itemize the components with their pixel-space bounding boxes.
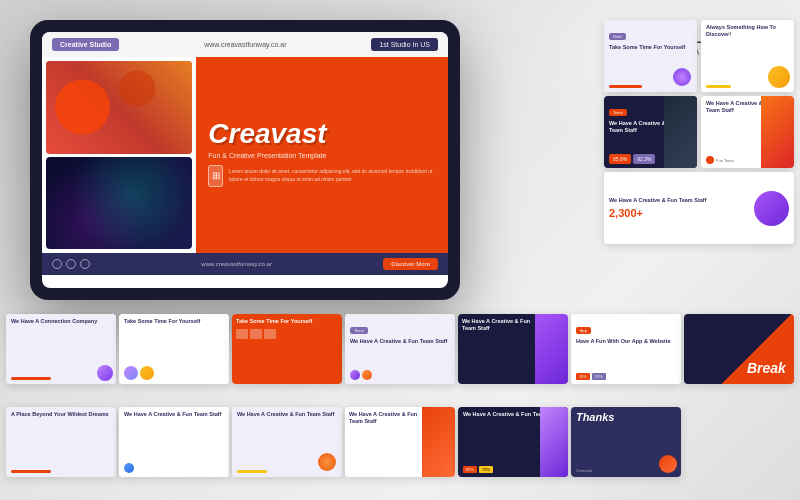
rs1-circle: [673, 68, 691, 86]
ms9-title: We Have A Creative & Fun Team Staff: [124, 411, 224, 418]
slide-content: Creavast Fun & Creative Presentation Tem…: [196, 57, 448, 253]
rs2-circle: [768, 66, 790, 88]
dot-3: [80, 259, 90, 269]
mini-slide-1[interactable]: We Have A Connection Company: [6, 314, 116, 384]
rs4-img: [761, 96, 794, 168]
mini-slide-11[interactable]: We Have A Creative & Fun Team Staff: [345, 407, 455, 477]
slide-footer: www.creavastfunway.co.ar Discover More: [42, 253, 448, 275]
mini-slide-2[interactable]: Take Some Time For Yourself: [119, 314, 229, 384]
mini-slide-9[interactable]: We Have A Creative & Fun Team Staff: [119, 407, 229, 477]
right-slide-3[interactable]: Team We Have A Creative & Fun Team Staff…: [604, 96, 697, 168]
ms11-title: We Have A Creative & Fun Team Staff: [349, 411, 418, 425]
ms12-s1: 85%: [463, 466, 477, 473]
ms4-badge: Team: [350, 327, 368, 334]
creative-studio-btn[interactable]: Creative Studio: [52, 38, 119, 51]
break-text: Break: [747, 360, 786, 376]
mini-slide-5[interactable]: We Have A Creative & Fun Team Staff: [458, 314, 568, 384]
hand-image: [46, 61, 192, 154]
ms6-stats: 15% 23%: [576, 373, 676, 380]
ms6-badge: App: [576, 327, 591, 334]
rs5-img: [754, 191, 789, 226]
ms4-title: We Have A Creative & Fun Team Staff: [350, 338, 450, 345]
main-monitor: Creative Studio www.creavastfunway.co.ar…: [30, 20, 460, 300]
right-row-1: New! Take Some Time For Yourself Always …: [604, 20, 794, 92]
mini-slide-7-break[interactable]: Break: [684, 314, 794, 384]
stat2: 92.3%: [633, 154, 655, 164]
ms12-s2: 72%: [479, 466, 493, 473]
slide-images: [42, 57, 196, 253]
ms10-accent: [237, 470, 267, 473]
ms10-circle: [318, 453, 336, 471]
rs1-title: Take Some Time For Yourself: [609, 44, 692, 51]
rs2-accent: [706, 85, 731, 88]
rs3-img: [664, 96, 697, 168]
dot-2: [66, 259, 76, 269]
mini-slide-8[interactable]: A Place Beyond Your Wildest Dreams: [6, 407, 116, 477]
ms6-s2: 23%: [592, 373, 606, 380]
ms8-title: A Place Beyond Your Wildest Dreams: [11, 411, 111, 418]
rs1-accent: [609, 85, 642, 88]
bottom-slides-grid: We Have A Connection Company Take Some T…: [0, 310, 800, 500]
right-slide-2[interactable]: Always Something How To Discover!: [701, 20, 794, 92]
ms8-accent: [11, 470, 51, 473]
slide-image-bottom: [46, 157, 192, 250]
ms5-img: [535, 314, 568, 384]
mini-slide-6[interactable]: App Have A Fun With Our App & Website 15…: [571, 314, 681, 384]
ms1-title: We Have A Connection Company: [11, 318, 111, 325]
ms3-boxes: [236, 329, 338, 339]
mini-slide-13[interactable]: Thanks Creavast: [571, 407, 681, 477]
ms3-box3: [264, 329, 276, 339]
right-slide-5[interactable]: We Have A Creative & Fun Team Staff 2,30…: [604, 172, 794, 244]
ms9-row: [124, 463, 224, 473]
ms13-thanks: Thanks: [576, 411, 676, 423]
ms1-circle: [97, 365, 113, 381]
ms3-title: Take Some Time For Yourself: [236, 318, 338, 325]
ms11-img: [422, 407, 455, 477]
slide-body-text: Lorem ipsum dolor sit amet, consectetur …: [229, 168, 436, 183]
badge-r1: New!: [609, 33, 626, 40]
ms6-title: Have A Fun With Our App & Website: [576, 338, 676, 345]
ms9-c: [124, 463, 134, 473]
mini-slide-10[interactable]: We Have A Creative & Fun Team Staff: [232, 407, 342, 477]
ms2-img: [124, 366, 138, 380]
slide-icon-row: ⊞ Lorem ipsum dolor sit amet, consectetu…: [208, 165, 436, 187]
slide-main-area: Creavast Fun & Creative Presentation Tem…: [42, 57, 448, 253]
right-slide-4[interactable]: We Have A Creative & Fun Team Staff Fun …: [701, 96, 794, 168]
discover-btn[interactable]: Discover More: [383, 258, 438, 270]
ms4-circles: [350, 370, 450, 380]
ms10-title: We Have A Creative & Fun Team Staff: [237, 411, 337, 418]
footer-url: www.creavastfunway.co.ar: [201, 261, 272, 267]
slide-header: Creative Studio www.creavastfunway.co.ar…: [42, 32, 448, 57]
header-badge: 1st Studio In US: [371, 38, 438, 51]
rs5-left: We Have A Creative & Fun Team Staff 2,30…: [609, 197, 748, 218]
ms5-left: We Have A Creative & Fun Team Staff: [458, 314, 535, 384]
ms6-s1: 15%: [576, 373, 590, 380]
mini-slide-3[interactable]: Take Some Time For Yourself: [232, 314, 342, 384]
rs4-text: Fun Team: [716, 158, 734, 163]
ms12-img: [540, 407, 567, 477]
rs5-title: We Have A Creative & Fun Team Staff: [609, 197, 748, 204]
slide-title: Creavast: [208, 120, 436, 148]
ms11-layout: We Have A Creative & Fun Team Staff: [345, 407, 455, 477]
rs2-title: Always Something How To Discover!: [706, 24, 789, 38]
right-row-3: We Have A Creative & Fun Team Staff 2,30…: [604, 172, 794, 244]
right-row-2: Team We Have A Creative & Fun Team Staff…: [604, 96, 794, 168]
right-slide-1[interactable]: New! Take Some Time For Yourself: [604, 20, 697, 92]
ms1-accent: [11, 377, 51, 380]
ms2-img2: [140, 366, 154, 380]
right-slides-panel: New! Take Some Time For Yourself Always …: [604, 20, 794, 244]
badge-r3: Team: [609, 109, 627, 116]
ms4-c2: [362, 370, 372, 380]
mini-slide-4[interactable]: Team We Have A Creative & Fun Team Staff: [345, 314, 455, 384]
ms4-c1: [350, 370, 360, 380]
ms2-icons: [124, 366, 224, 380]
ms2-title: Take Some Time For Yourself: [124, 318, 224, 325]
monitor-screen: Creative Studio www.creavastfunway.co.ar…: [42, 32, 448, 288]
rs5-stat: 2,300+: [609, 207, 748, 219]
slide-image-top: [46, 61, 192, 154]
ms3-bg: Take Some Time For Yourself: [232, 314, 342, 384]
slide-subtitle: Fun & Creative Presentation Template: [208, 152, 436, 159]
dot-1: [52, 259, 62, 269]
mini-slide-12[interactable]: We Have A Creative & Fun Team Staff 85% …: [458, 407, 568, 477]
ms5-title: We Have A Creative & Fun Team Staff: [462, 318, 531, 332]
